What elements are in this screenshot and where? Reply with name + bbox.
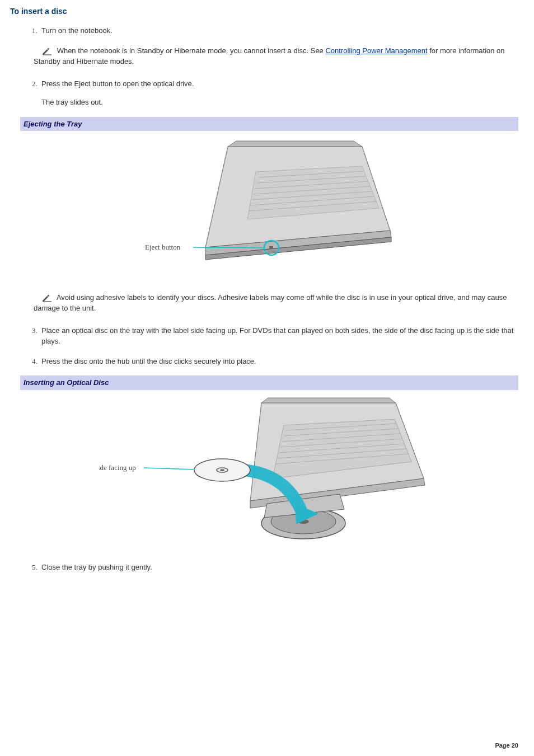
svg-rect-0 <box>47 48 49 50</box>
banner-ejecting-tray: Ejecting the Tray <box>10 117 524 132</box>
svg-rect-16 <box>47 294 49 297</box>
page-number: Page 20 <box>10 741 524 750</box>
step-2-sub: The tray slides out. <box>41 97 524 108</box>
step-5: Close the tray by pushing it gently. <box>39 562 524 573</box>
svg-line-36 <box>144 468 195 469</box>
page-title: To insert a disc <box>10 6 524 17</box>
step-3: Place an optical disc on the tray with t… <box>39 325 524 347</box>
note-standby: When the notebook is in Standby or Hiber… <box>34 45 518 67</box>
step-3-text: Place an optical disc on the tray with t… <box>41 325 524 347</box>
step-2-text: Press the Eject button to open the optic… <box>41 78 524 90</box>
banner-inserting-disc: Inserting an Optical Disc <box>10 375 524 390</box>
figure2-label: Label side facing up <box>99 463 136 472</box>
step-5-text: Close the tray by pushing it gently. <box>41 562 524 573</box>
controlling-power-management-link[interactable]: Controlling Power Management <box>325 46 427 55</box>
svg-marker-2 <box>228 141 362 147</box>
svg-marker-18 <box>261 398 396 403</box>
note-text-a: When the notebook is in Standby or Hiber… <box>57 46 326 55</box>
svg-point-35 <box>220 469 224 471</box>
svg-rect-14 <box>269 246 273 249</box>
figure-eject-button: Eject button <box>10 135 524 279</box>
step-1: Turn on the notebook. <box>39 25 524 36</box>
figure1-label: Eject button <box>145 243 181 251</box>
svg-line-15 <box>193 247 265 248</box>
note-adhesive-text: Avoid using adhesive labels to identify … <box>34 293 507 313</box>
pencil-note-icon <box>41 46 54 55</box>
step-2: Press the Eject button to open the optic… <box>39 78 524 108</box>
figure-insert-disc: Label side facing up <box>10 395 524 549</box>
step-4: Press the disc onto the hub until the di… <box>39 356 524 367</box>
step-1-text: Turn on the notebook. <box>41 25 524 36</box>
step-4-text: Press the disc onto the hub until the di… <box>41 356 524 367</box>
pencil-note-icon <box>41 293 54 302</box>
note-adhesive: Avoid using adhesive labels to identify … <box>34 292 518 314</box>
